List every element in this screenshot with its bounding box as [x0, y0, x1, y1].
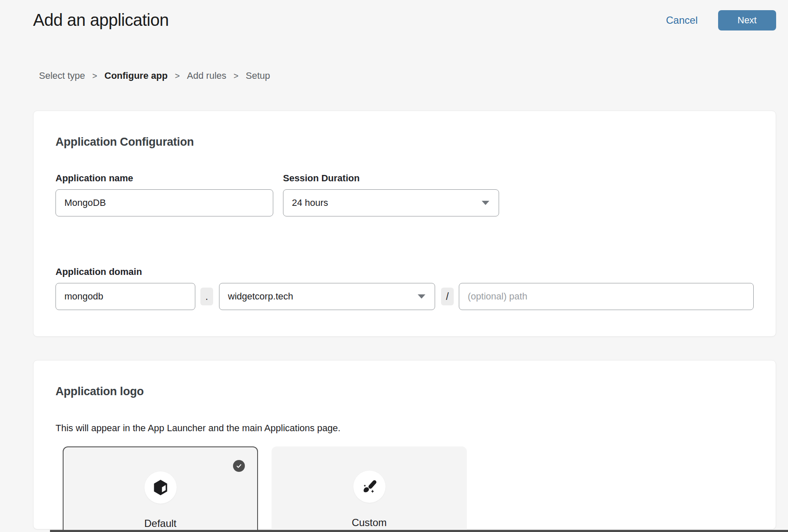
application-name-input[interactable]: [55, 189, 273, 216]
logo-option-custom[interactable]: Custom: [272, 446, 467, 532]
logo-options: Default Custom: [63, 446, 754, 532]
custom-logo-circle: [353, 471, 386, 503]
application-name-label: Application name: [55, 173, 273, 184]
logo-option-label: Custom: [272, 517, 467, 529]
page-header: Add an application Cancel Next: [0, 0, 788, 30]
breadcrumb-step-select-type[interactable]: Select type: [39, 70, 85, 81]
application-configuration-card: Application Configuration Application na…: [33, 111, 776, 337]
application-domain-row: . widgetcorp.tech /: [55, 283, 754, 310]
path-input[interactable]: [459, 283, 754, 310]
chevron-down-icon: [482, 201, 489, 205]
selected-check-icon: [233, 460, 245, 472]
domain-selected-value: widgetcorp.tech: [228, 291, 293, 302]
paintbrush-icon: [361, 478, 378, 496]
configuration-card-title: Application Configuration: [55, 136, 754, 149]
logo-card-title: Application logo: [55, 385, 754, 398]
application-domain-label: Application domain: [55, 266, 142, 277]
application-logo-card: Application logo This will appear in the…: [33, 360, 776, 529]
logo-option-default[interactable]: Default: [63, 446, 258, 532]
breadcrumb-separator: >: [92, 71, 97, 81]
cancel-button[interactable]: Cancel: [666, 14, 698, 26]
breadcrumb-separator: >: [175, 71, 180, 81]
header-actions: Cancel Next: [666, 10, 776, 30]
logo-card-description: This will appear in the App Launcher and…: [55, 423, 754, 434]
domain-select[interactable]: widgetcorp.tech: [219, 283, 435, 310]
session-duration-select[interactable]: 24 hours: [283, 189, 499, 216]
breadcrumb-separator: >: [233, 71, 239, 81]
slash-separator: /: [441, 288, 454, 305]
dot-separator: .: [200, 288, 213, 305]
next-button[interactable]: Next: [718, 10, 776, 30]
session-duration-label: Session Duration: [283, 173, 499, 184]
name-duration-row: Application name Session Duration 24 hou…: [55, 173, 754, 216]
application-name-field-group: Application name: [55, 173, 273, 216]
logo-option-label: Default: [64, 518, 257, 529]
breadcrumb-step-setup[interactable]: Setup: [246, 70, 270, 81]
application-domain-field-group: Application domain . widgetcorp.tech /: [55, 266, 754, 310]
default-logo-circle: [144, 471, 177, 504]
session-duration-field-group: Session Duration 24 hours: [283, 173, 499, 216]
subdomain-input[interactable]: [55, 283, 195, 310]
chevron-down-icon: [418, 294, 425, 299]
breadcrumb-step-configure-app[interactable]: Configure app: [105, 70, 168, 81]
breadcrumb: Select type > Configure app > Add rules …: [39, 70, 788, 81]
breadcrumb-step-add-rules[interactable]: Add rules: [187, 70, 226, 81]
bottom-edge-element: [50, 530, 788, 532]
session-duration-selected-value: 24 hours: [292, 197, 328, 208]
page-title: Add an application: [33, 9, 169, 30]
cube-icon: [152, 479, 169, 496]
